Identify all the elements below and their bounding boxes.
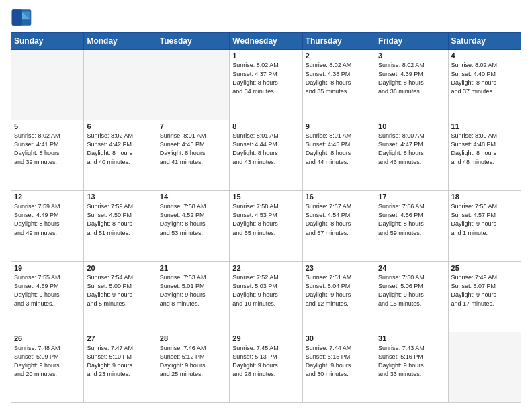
calendar-cell: 10Sunrise: 8:00 AM Sunset: 4:47 PM Dayli… xyxy=(375,120,448,191)
day-number: 15 xyxy=(232,193,299,201)
day-info: Sunrise: 7:50 AM Sunset: 5:06 PM Dayligh… xyxy=(378,273,445,308)
calendar-cell xyxy=(157,50,229,120)
day-number: 25 xyxy=(451,264,518,272)
calendar-cell xyxy=(448,332,521,402)
day-number: 11 xyxy=(451,122,518,130)
day-info: Sunrise: 7:47 AM Sunset: 5:10 PM Dayligh… xyxy=(87,344,153,379)
col-header-saturday: Saturday xyxy=(448,33,521,50)
day-number: 22 xyxy=(232,264,299,272)
day-number: 19 xyxy=(14,264,81,272)
calendar-cell: 14Sunrise: 7:58 AM Sunset: 4:52 PM Dayli… xyxy=(157,191,229,261)
day-info: Sunrise: 7:52 AM Sunset: 5:03 PM Dayligh… xyxy=(232,273,299,308)
day-info: Sunrise: 8:02 AM Sunset: 4:42 PM Dayligh… xyxy=(87,132,153,167)
calendar-cell: 19Sunrise: 7:55 AM Sunset: 4:59 PM Dayli… xyxy=(11,261,84,332)
day-number: 10 xyxy=(378,122,445,130)
calendar-cell: 3Sunrise: 8:02 AM Sunset: 4:39 PM Daylig… xyxy=(375,50,448,120)
calendar-cell: 6Sunrise: 8:02 AM Sunset: 4:42 PM Daylig… xyxy=(84,120,157,191)
day-info: Sunrise: 7:43 AM Sunset: 5:16 PM Dayligh… xyxy=(378,344,445,379)
calendar-cell: 2Sunrise: 8:02 AM Sunset: 4:38 PM Daylig… xyxy=(302,50,375,120)
day-info: Sunrise: 8:01 AM Sunset: 4:43 PM Dayligh… xyxy=(160,132,226,167)
day-number: 9 xyxy=(306,122,372,130)
svg-rect-3 xyxy=(12,9,22,26)
day-number: 13 xyxy=(87,193,153,201)
calendar-cell: 27Sunrise: 7:47 AM Sunset: 5:10 PM Dayli… xyxy=(84,332,157,402)
day-number: 8 xyxy=(232,122,299,130)
col-header-tuesday: Tuesday xyxy=(157,33,229,50)
col-header-friday: Friday xyxy=(375,33,448,50)
day-number: 18 xyxy=(451,193,518,201)
day-number: 7 xyxy=(160,122,226,130)
day-number: 5 xyxy=(14,122,81,130)
day-info: Sunrise: 7:58 AM Sunset: 4:52 PM Dayligh… xyxy=(160,202,226,237)
calendar-cell: 21Sunrise: 7:53 AM Sunset: 5:01 PM Dayli… xyxy=(157,261,229,332)
col-header-wednesday: Wednesday xyxy=(230,33,302,50)
logo xyxy=(11,8,35,27)
day-info: Sunrise: 7:51 AM Sunset: 5:04 PM Dayligh… xyxy=(306,273,372,308)
header xyxy=(11,8,521,27)
calendar-cell: 5Sunrise: 8:02 AM Sunset: 4:41 PM Daylig… xyxy=(11,120,84,191)
day-number: 21 xyxy=(160,264,226,272)
calendar-cell: 11Sunrise: 8:00 AM Sunset: 4:48 PM Dayli… xyxy=(448,120,521,191)
day-number: 31 xyxy=(378,334,445,342)
day-info: Sunrise: 8:00 AM Sunset: 4:47 PM Dayligh… xyxy=(378,132,445,167)
calendar-cell xyxy=(84,50,157,120)
col-header-monday: Monday xyxy=(84,33,157,50)
day-info: Sunrise: 8:02 AM Sunset: 4:37 PM Dayligh… xyxy=(232,61,299,96)
day-info: Sunrise: 7:48 AM Sunset: 5:09 PM Dayligh… xyxy=(14,344,81,379)
calendar-cell: 17Sunrise: 7:56 AM Sunset: 4:56 PM Dayli… xyxy=(375,191,448,261)
day-info: Sunrise: 7:57 AM Sunset: 4:54 PM Dayligh… xyxy=(306,202,372,237)
day-info: Sunrise: 7:53 AM Sunset: 5:01 PM Dayligh… xyxy=(160,273,226,308)
day-info: Sunrise: 8:02 AM Sunset: 4:39 PM Dayligh… xyxy=(378,61,445,96)
calendar-cell: 13Sunrise: 7:59 AM Sunset: 4:50 PM Dayli… xyxy=(84,191,157,261)
day-info: Sunrise: 7:49 AM Sunset: 5:07 PM Dayligh… xyxy=(451,273,518,308)
calendar-cell: 8Sunrise: 8:01 AM Sunset: 4:44 PM Daylig… xyxy=(230,120,302,191)
day-info: Sunrise: 7:56 AM Sunset: 4:56 PM Dayligh… xyxy=(378,202,445,237)
day-info: Sunrise: 8:01 AM Sunset: 4:45 PM Dayligh… xyxy=(306,132,372,167)
day-info: Sunrise: 7:56 AM Sunset: 4:57 PM Dayligh… xyxy=(451,202,518,237)
day-number: 20 xyxy=(87,264,153,272)
calendar-cell: 30Sunrise: 7:44 AM Sunset: 5:15 PM Dayli… xyxy=(302,332,375,402)
calendar-cell: 24Sunrise: 7:50 AM Sunset: 5:06 PM Dayli… xyxy=(375,261,448,332)
calendar-cell: 7Sunrise: 8:01 AM Sunset: 4:43 PM Daylig… xyxy=(157,120,229,191)
day-info: Sunrise: 8:00 AM Sunset: 4:48 PM Dayligh… xyxy=(451,132,518,167)
day-info: Sunrise: 7:58 AM Sunset: 4:53 PM Dayligh… xyxy=(232,202,299,237)
day-number: 27 xyxy=(87,334,153,342)
calendar-cell: 1Sunrise: 8:02 AM Sunset: 4:37 PM Daylig… xyxy=(230,50,302,120)
calendar-cell xyxy=(11,50,84,120)
calendar-cell: 23Sunrise: 7:51 AM Sunset: 5:04 PM Dayli… xyxy=(302,261,375,332)
day-info: Sunrise: 7:54 AM Sunset: 5:00 PM Dayligh… xyxy=(87,273,153,308)
day-number: 16 xyxy=(306,193,372,201)
calendar-cell: 22Sunrise: 7:52 AM Sunset: 5:03 PM Dayli… xyxy=(230,261,302,332)
day-number: 3 xyxy=(378,52,445,60)
calendar-table: SundayMondayTuesdayWednesdayThursdayFrid… xyxy=(11,32,521,403)
calendar-cell: 31Sunrise: 7:43 AM Sunset: 5:16 PM Dayli… xyxy=(375,332,448,402)
day-number: 29 xyxy=(232,334,299,342)
calendar-cell: 28Sunrise: 7:46 AM Sunset: 5:12 PM Dayli… xyxy=(157,332,229,402)
logo-icon xyxy=(11,8,32,27)
col-header-thursday: Thursday xyxy=(302,33,375,50)
calendar-cell: 9Sunrise: 8:01 AM Sunset: 4:45 PM Daylig… xyxy=(302,120,375,191)
day-info: Sunrise: 7:46 AM Sunset: 5:12 PM Dayligh… xyxy=(160,344,226,379)
day-number: 1 xyxy=(232,52,299,60)
calendar-cell: 16Sunrise: 7:57 AM Sunset: 4:54 PM Dayli… xyxy=(302,191,375,261)
day-number: 6 xyxy=(87,122,153,130)
day-number: 26 xyxy=(14,334,81,342)
day-number: 2 xyxy=(306,52,372,60)
calendar-cell: 12Sunrise: 7:59 AM Sunset: 4:49 PM Dayli… xyxy=(11,191,84,261)
day-number: 24 xyxy=(378,264,445,272)
calendar-cell: 20Sunrise: 7:54 AM Sunset: 5:00 PM Dayli… xyxy=(84,261,157,332)
day-info: Sunrise: 8:01 AM Sunset: 4:44 PM Dayligh… xyxy=(232,132,299,167)
calendar-cell: 25Sunrise: 7:49 AM Sunset: 5:07 PM Dayli… xyxy=(448,261,521,332)
calendar-cell: 29Sunrise: 7:45 AM Sunset: 5:13 PM Dayli… xyxy=(230,332,302,402)
day-info: Sunrise: 7:44 AM Sunset: 5:15 PM Dayligh… xyxy=(306,344,372,379)
day-number: 17 xyxy=(378,193,445,201)
day-number: 30 xyxy=(306,334,372,342)
day-info: Sunrise: 8:02 AM Sunset: 4:41 PM Dayligh… xyxy=(14,132,81,167)
day-number: 4 xyxy=(451,52,518,60)
col-header-sunday: Sunday xyxy=(11,33,84,50)
day-number: 23 xyxy=(306,264,372,272)
day-info: Sunrise: 7:59 AM Sunset: 4:49 PM Dayligh… xyxy=(14,202,81,237)
day-info: Sunrise: 7:59 AM Sunset: 4:50 PM Dayligh… xyxy=(87,202,153,237)
calendar-cell: 4Sunrise: 8:02 AM Sunset: 4:40 PM Daylig… xyxy=(448,50,521,120)
day-info: Sunrise: 7:45 AM Sunset: 5:13 PM Dayligh… xyxy=(232,344,299,379)
